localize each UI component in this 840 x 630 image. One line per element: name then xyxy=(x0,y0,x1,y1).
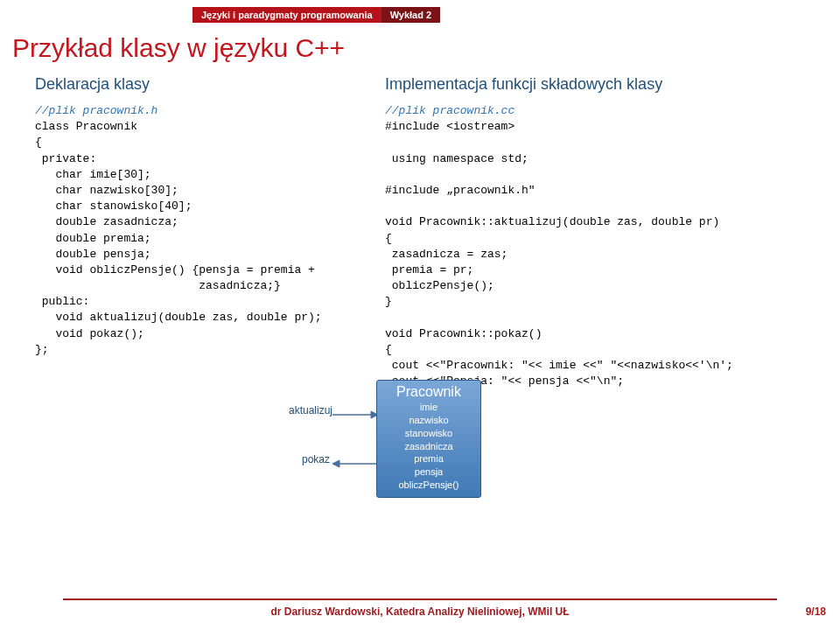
svg-marker-3 xyxy=(332,460,340,467)
uml-diagram: aktualizuj pokaz Pracownik imie nazwisko… xyxy=(262,380,578,511)
uml-attr: nazwisko xyxy=(377,414,480,427)
code-block-header: //plik pracownik.h class Pracownik { pri… xyxy=(35,103,322,358)
uml-class-name: Pracownik xyxy=(377,384,480,400)
header-band: Języki i paradygmaty programowania Wykła… xyxy=(192,7,440,23)
arrow-aktualizuj-icon xyxy=(332,410,378,420)
uml-attr: premia xyxy=(377,452,480,466)
uml-class-box: Pracownik imie nazwisko stanowisko zasad… xyxy=(376,380,481,498)
footer-author: dr Dariusz Wardowski, Katedra Analizy Ni… xyxy=(0,606,840,618)
header-subject: Języki i paradygmaty programowania xyxy=(192,7,382,23)
uml-attr: pensja xyxy=(377,466,480,479)
subtitle-implementation: Implementacja funkcji składowych klasy xyxy=(385,75,662,94)
uml-attr: zasadnicza xyxy=(377,440,480,453)
uml-attr: imie xyxy=(377,401,480,414)
uml-attr: stanowisko xyxy=(377,427,480,440)
page-title: Przykład klasy w języku C++ xyxy=(12,33,345,63)
code-body: #include <iostream> using namespace std;… xyxy=(385,120,733,403)
code-comment: //plik pracownik.h xyxy=(35,104,158,117)
code-body: class Pracownik { private: char imie[30]… xyxy=(35,120,322,356)
header-lecture: Wykład 2 xyxy=(382,7,441,23)
arrow-pokaz-icon xyxy=(332,458,378,469)
uml-method-aktualizuj: aktualizuj xyxy=(289,404,332,416)
uml-method-pokaz: pokaz xyxy=(302,453,330,466)
subtitle-declaration: Deklaracja klasy xyxy=(35,75,150,94)
code-comment: //plik pracownik.cc xyxy=(385,104,514,117)
footer-divider xyxy=(63,598,777,600)
page-number: 9/18 xyxy=(806,606,826,618)
code-block-implementation: //plik pracownik.cc #include <iostream> … xyxy=(385,103,733,406)
uml-attr: obliczPensje() xyxy=(377,479,480,492)
